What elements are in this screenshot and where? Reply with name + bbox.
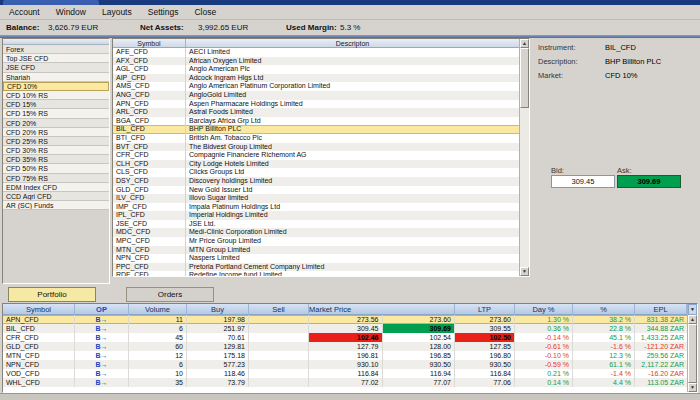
portfolio-row-bil-cfd[interactable]: BIL_CFDB→6251.97309.45309.69309.550.36 %… (3, 324, 687, 333)
portfolio-column-header-ltp[interactable]: LTP (455, 304, 515, 314)
scroll-up-button[interactable]: ▲ (688, 315, 697, 324)
column-menu-button[interactable]: ▼ (688, 304, 697, 315)
portfolio-column-header-volume[interactable]: Volume (129, 304, 187, 314)
position-percent: 61.1 % (573, 360, 635, 369)
market-group-ccd-agri-cfd[interactable]: CCD Agri CFD (3, 192, 109, 201)
market-group-cfd-20[interactable]: CFD 20% (3, 119, 109, 128)
portfolio-row-cfr-cfd[interactable]: CFR_CFDB→4570.61102.46102.54102.50-0.14 … (3, 333, 687, 342)
market-price-cell: 309.45309.69 (309, 324, 455, 333)
instruments-scrollbar[interactable]: ▲ ▼ (519, 39, 529, 276)
portfolio-column-header-op[interactable]: OP (75, 304, 129, 314)
instrument-row-jse-cfd[interactable]: JSE_CFDJSE Ltd. (113, 220, 519, 229)
instrument-row-afx-cfd[interactable]: AFX_CFDAfrican Oxygen Limited (113, 57, 519, 66)
tab-orders[interactable]: Orders (126, 287, 214, 302)
portfolio-row-whl-cfd[interactable]: WHL_CFDB→3573.7977.0277.0777.060.14 %4.4… (3, 378, 687, 387)
market-price-cell: 273.56273.60 (309, 315, 455, 324)
menu-item-account[interactable]: Account (9, 7, 40, 17)
market-group-cfd-75-rs[interactable]: CFD 75% RS (3, 174, 109, 183)
instrument-row-dsy-cfd[interactable]: DSY_CFDDiscovery holdings Limited (113, 177, 519, 186)
scrollbar-thumb[interactable] (520, 48, 529, 108)
market-group-cfd-50-rs[interactable]: CFD 50% RS (3, 164, 109, 173)
ask-price-button[interactable]: 309.69 (617, 175, 681, 188)
portfolio-column-header-[interactable]: % (573, 304, 635, 314)
portfolio-row-apn-cfd[interactable]: APN_CFDB→11197.98273.56273.60273.601.30 … (3, 315, 687, 324)
position-epl: -121.20 ZAR (635, 342, 687, 351)
instrument-row-bga-cfd[interactable]: BGA_CFDBarclays Africa Grp Ltd (113, 117, 519, 126)
scrollbar-track[interactable] (688, 324, 697, 383)
instrument-row-cls-cfd[interactable]: CLS_CFDClicks Groups Ltd (113, 168, 519, 177)
scroll-down-button[interactable]: ▼ (688, 383, 697, 392)
instrument-row-npn-cfd[interactable]: NPN_CFDNaspers Limited (113, 254, 519, 263)
position-percent: 22.8 % (573, 324, 635, 333)
scroll-down-button[interactable]: ▼ (520, 267, 529, 276)
market-group-ar-sc-funds[interactable]: AR (SC) Funds (3, 201, 109, 210)
menu-item-layouts[interactable]: Layouts (102, 7, 132, 17)
market-group-cfd-15[interactable]: CFD 15% (3, 100, 109, 109)
instrument-row-aip-cfd[interactable]: AIP_CFDAdcock Ingram Hlgs Ltd (113, 74, 519, 83)
market-group-shariah[interactable]: Shariah (3, 73, 109, 82)
portfolio-column-header-day[interactable]: Day % (515, 304, 573, 314)
instrument-row-ppc-cfd[interactable]: PPC_CFDPretoria Portland Cement Company … (113, 263, 519, 272)
position-volume: 60 (129, 342, 187, 351)
market-group-forex[interactable]: Forex (3, 45, 109, 54)
scroll-up-button[interactable]: ▲ (520, 39, 529, 48)
instrument-row-imp-cfd[interactable]: IMP_CFDImpala Platinum Holdings Ltd (113, 203, 519, 212)
instrument-row-ipl-cfd[interactable]: IPL_CFDImperial Holdings Limited (113, 211, 519, 220)
menu-item-close[interactable]: Close (194, 7, 216, 17)
column-header-description[interactable]: Descripton (186, 39, 519, 47)
instrument-description: African Oxygen Limited (186, 57, 519, 66)
market-bid-price: 116.84 (309, 369, 382, 378)
instrument-row-arl-cfd[interactable]: ARL_CFDAstral Foods Limited (113, 108, 519, 117)
market-group-top-jse-cfd[interactable]: Top JSE CFD (3, 54, 109, 63)
market-group-cfd-20-rs[interactable]: CFD 20% RS (3, 128, 109, 137)
portfolio-column-header-sell[interactable]: Sell (249, 304, 309, 314)
instrument-row-afe-cfd[interactable]: AFE_CFDAECI Limited (113, 48, 519, 57)
market-group-cfd-30-rs[interactable]: CFD 30% RS (3, 146, 109, 155)
portfolio-row-npn-cfd[interactable]: NPN_CFDB→6577.23930.10930.50930.50-0.59 … (3, 360, 687, 369)
instrument-row-agl-cfd[interactable]: AGL_CFDAnglo American Plc (113, 65, 519, 74)
menu-item-window[interactable]: Window (56, 7, 86, 17)
market-group-jse-cfd[interactable]: JSE CFD (3, 63, 109, 72)
instrument-row-gld-cfd[interactable]: GLD_CFDNew Gold Issuer Ltd (113, 186, 519, 195)
menu-item-settings[interactable]: Settings (148, 7, 179, 17)
portfolio-column-header-market-price[interactable]: Market Price (309, 304, 455, 314)
column-header-symbol[interactable]: Symbol (113, 39, 186, 47)
portfolio-row-gld-cfd[interactable]: GLD_CFDB→60129.81127.79128.00127.85-0.61… (3, 342, 687, 351)
market-group-cfd-10-rs[interactable]: CFD 10% RS (3, 91, 109, 100)
market-group-edm-index-cfd[interactable]: EDM Index CFD (3, 183, 109, 192)
instrument-row-bti-cfd[interactable]: BTI_CFDBritish Am. Tobacco Plc (113, 134, 519, 143)
market-ask-price: 309.69 (382, 324, 455, 333)
scrollbar-track[interactable] (520, 48, 529, 267)
portfolio-row-vod-cfd[interactable]: VOD_CFDB→10118.46116.84116.94116.840.21 … (3, 369, 687, 378)
instrument-row-apn-cfd[interactable]: APN_CFDAspen Pharmacare Holdings Limited (113, 100, 519, 109)
instrument-row-ams-cfd[interactable]: AMS_CFDAnglo American Platinum Corporati… (113, 82, 519, 91)
portfolio-column-header-buy[interactable]: Buy (187, 304, 249, 314)
instrument-row-cfr-cfd[interactable]: CFR_CFDCompagnie Financiere Richemont AG (113, 151, 519, 160)
market-group-cfd-10[interactable]: CFD 10% (3, 82, 109, 91)
market-group-cfd-15-rs[interactable]: CFD 15% RS (3, 109, 109, 118)
portfolio-row-mtn-cfd[interactable]: MTN_CFDB→12175.18196.81196.85196.80-0.10… (3, 351, 687, 360)
instrument-row-rdf-cfd[interactable]: RDF_CFDRedefine Income fund Limited (113, 271, 519, 276)
tab-portfolio[interactable]: Portfolio (8, 287, 96, 302)
instrument-row-ilv-cfd[interactable]: ILV_CFDIllovo Sugar limited (113, 194, 519, 203)
status-bar (0, 393, 700, 400)
position-sell-price (249, 378, 309, 387)
instrument-row-bvt-cfd[interactable]: BVT_CFDThe Bidvest Group Limited (113, 143, 519, 152)
bid-price-button[interactable]: 309.45 (551, 175, 615, 188)
instrument-row-ang-cfd[interactable]: ANG_CFDAngloGold Limited (113, 91, 519, 100)
instrument-row-mdc-cfd[interactable]: MDC_CFDMedi-Clinic Corporation Limited (113, 228, 519, 237)
instrument-row-bil-cfd[interactable]: BIL_CFDBHP Billiton PLC (113, 125, 519, 134)
position-volume: 35 (129, 378, 187, 387)
market-group-cfd-35-rs[interactable]: CFD 35% RS (3, 155, 109, 164)
scrollbar-thumb[interactable] (688, 324, 697, 383)
instrument-row-clh-cfd[interactable]: CLH_CFDCity Lodge Hotels Limited (113, 160, 519, 169)
portfolio-scrollbar[interactable]: ▼ ▲ ▼ (687, 304, 697, 392)
market-group-cfd-25-rs[interactable]: CFD 25% RS (3, 137, 109, 146)
position-buy-price: 118.46 (187, 369, 249, 378)
portfolio-column-header-symbol[interactable]: Symbol (3, 304, 75, 314)
instrument-description: The Bidvest Group Limited (186, 143, 519, 152)
position-buy-price: 251.97 (187, 324, 249, 333)
instrument-row-mpc-cfd[interactable]: MPC_CFDMr Price Group Limited (113, 237, 519, 246)
portfolio-column-header-epl[interactable]: EPL (635, 304, 687, 314)
instrument-row-mtn-cfd[interactable]: MTN_CFDMTN Group Limited (113, 246, 519, 255)
